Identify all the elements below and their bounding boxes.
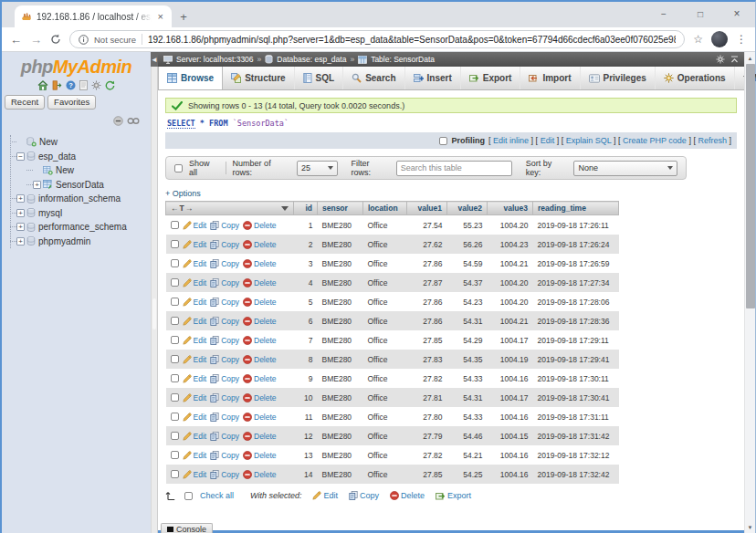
edit-link[interactable]: Edit [183, 240, 207, 249]
tree-item-new[interactable]: +New [10, 135, 151, 150]
copy-link[interactable]: Copy [210, 432, 239, 441]
refresh-icon[interactable] [105, 80, 115, 90]
row-checkbox[interactable] [171, 298, 179, 306]
edit-link[interactable]: Edit [183, 259, 207, 268]
row-checkbox[interactable] [171, 374, 179, 382]
divider-grip[interactable] [152, 298, 156, 329]
delete-link[interactable]: Delete [243, 432, 277, 441]
forward-icon[interactable]: → [30, 34, 42, 46]
copy-link[interactable]: Copy [210, 393, 239, 402]
delete-link[interactable]: Delete [243, 451, 277, 460]
profiling-link-edit-inline[interactable]: Edit inline [493, 136, 529, 145]
profiling-link-create-php-code[interactable]: Create PHP code [623, 136, 687, 145]
browser-tab[interactable]: 192.168.1.86 / localhost / esp_da × [15, 5, 172, 27]
copy-link[interactable]: Copy [210, 278, 239, 287]
copy-link[interactable]: Copy [210, 298, 239, 307]
tab-operations[interactable]: Operations [656, 67, 735, 89]
copy-link[interactable]: Copy [210, 451, 239, 460]
column-header-id[interactable]: id [294, 202, 318, 215]
maximize-button[interactable]: □ [682, 2, 719, 26]
edit-link[interactable]: Edit [183, 413, 207, 422]
expand-icon[interactable]: + [16, 209, 25, 217]
column-header-value3[interactable]: value3 [488, 202, 533, 215]
tab-search[interactable]: Search [343, 67, 404, 89]
edit-link[interactable]: Edit [183, 374, 207, 383]
edit-link[interactable]: Edit [183, 317, 207, 326]
delete-link[interactable]: Delete [243, 355, 277, 364]
back-icon[interactable]: ← [10, 34, 22, 46]
omnibox[interactable]: Not secure 192.168.1.86/phpmyadmin/sql.p… [69, 30, 685, 48]
edit-link[interactable]: Edit [183, 432, 207, 441]
tree-item-new[interactable]: +New [26, 163, 151, 178]
docs-icon[interactable] [79, 80, 88, 90]
with-selected-delete-link[interactable]: Delete [390, 491, 425, 500]
row-checkbox[interactable] [171, 317, 179, 325]
copy-link[interactable]: Copy [210, 259, 239, 268]
tree-item-information_schema[interactable]: +information_schema [10, 192, 151, 206]
profiling-checkbox[interactable] [439, 137, 447, 145]
new-tab-button[interactable]: + [172, 5, 195, 27]
page-settings-gear-icon[interactable] [716, 55, 725, 64]
recent-button[interactable]: Recent [5, 95, 45, 110]
row-checkbox[interactable] [171, 336, 179, 344]
column-browse-controls[interactable]: ←T→ [171, 204, 194, 213]
tab-sql[interactable]: SQL [295, 67, 344, 89]
chevron-down-icon[interactable] [281, 206, 289, 211]
profile-avatar[interactable] [711, 31, 728, 47]
expand-icon[interactable]: + [16, 237, 25, 246]
column-header-location[interactable]: location [363, 202, 407, 215]
num-rows-select[interactable]: 25 [297, 161, 338, 176]
breadcrumb-table[interactable]: Table: SensorData [371, 55, 435, 64]
tab-privileges[interactable]: Privileges [581, 67, 656, 89]
delete-link[interactable]: Delete [243, 470, 277, 479]
delete-link[interactable]: Delete [243, 413, 277, 422]
delete-link[interactable]: Delete [243, 259, 277, 268]
edit-link[interactable]: Edit [183, 221, 207, 230]
home-icon[interactable] [37, 80, 48, 90]
edit-link[interactable]: Edit [183, 355, 207, 364]
collapse-all-icon[interactable] [113, 116, 123, 126]
row-checkbox[interactable] [171, 278, 179, 287]
with-selected-edit-link[interactable]: Edit [312, 491, 338, 500]
options-toggle[interactable]: + Options [165, 189, 737, 198]
column-header-reading_time[interactable]: reading_time [533, 202, 619, 215]
row-checkbox[interactable] [171, 221, 179, 229]
sql-keyword-link[interactable]: SELECT [167, 119, 195, 129]
tree-item-phpmyadmin[interactable]: +phpmyadmin [10, 235, 151, 249]
console-toggle[interactable]: Console [161, 523, 213, 533]
tab-structure[interactable]: Structure [223, 67, 294, 89]
scroll-down-icon[interactable]: ▼ [745, 521, 755, 533]
edit-link[interactable]: Edit [183, 336, 207, 345]
copy-link[interactable]: Copy [210, 221, 239, 230]
with-selected-export-link[interactable]: Export [436, 491, 471, 501]
link-icon[interactable] [127, 117, 140, 125]
row-checkbox[interactable] [171, 413, 179, 421]
copy-link[interactable]: Copy [210, 336, 239, 345]
column-header-value1[interactable]: value1 [407, 202, 447, 215]
scroll-up-icon[interactable]: ▲ [745, 52, 755, 64]
row-checkbox[interactable] [171, 355, 179, 363]
edit-link[interactable]: Edit [183, 470, 207, 479]
tab-export[interactable]: Export [461, 67, 521, 89]
check-all-checkbox[interactable] [184, 492, 193, 500]
column-header-sensor[interactable]: sensor [318, 202, 363, 215]
phpmyadmin-logo[interactable]: phpMyAdmin [2, 52, 151, 78]
row-checkbox[interactable] [171, 470, 179, 478]
collapse-nav-icon[interactable]: ◄ [151, 52, 158, 67]
edit-link[interactable]: Edit [183, 393, 207, 402]
delete-link[interactable]: Delete [243, 240, 277, 249]
row-checkbox[interactable] [171, 451, 179, 459]
bookmark-star-icon[interactable]: ☆ [693, 33, 703, 46]
tree-item-performance_schema[interactable]: +performance_schema [10, 220, 151, 235]
with-selected-copy-link[interactable]: Copy [349, 491, 379, 500]
row-checkbox[interactable] [171, 259, 179, 267]
browser-scrollbar[interactable]: ▲ ▼ [744, 52, 755, 533]
scrollbar-thumb[interactable] [746, 64, 755, 308]
delete-link[interactable]: Delete [243, 317, 277, 326]
settings-gear-icon[interactable] [91, 80, 101, 90]
row-checkbox[interactable] [171, 240, 179, 248]
profiling-link-explain-sql[interactable]: Explain SQL [566, 136, 612, 145]
favorites-button[interactable]: Favorites [47, 95, 96, 110]
delete-link[interactable]: Delete [243, 221, 277, 230]
edit-link[interactable]: Edit [183, 298, 207, 307]
